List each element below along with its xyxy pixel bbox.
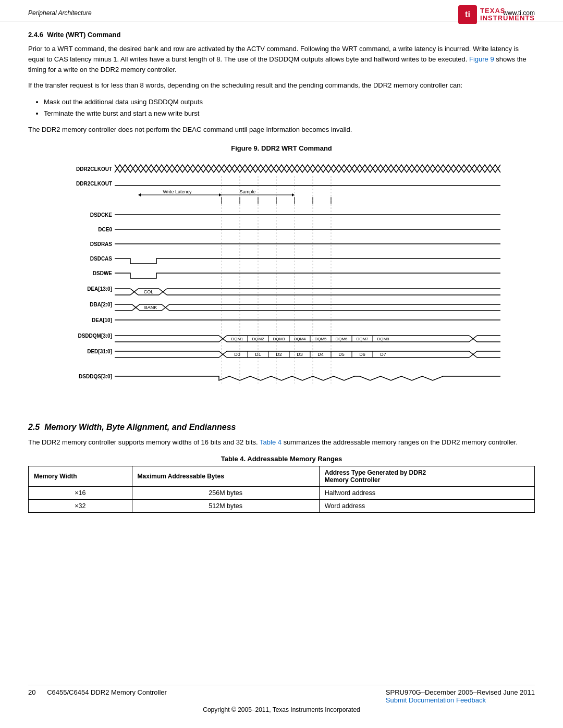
svg-text:DSDDQM[3:0]: DSDDQM[3:0] bbox=[78, 333, 112, 339]
svg-text:DQM6: DQM6 bbox=[335, 337, 348, 341]
page-footer: 20 C6455/C6454 DDR2 Memory Controller SP… bbox=[28, 685, 535, 713]
col-header-3: Address Type Generated by DDR2Memory Con… bbox=[319, 466, 534, 487]
footer-right: SPRU970G–December 2005–Revised June 2011… bbox=[386, 688, 535, 704]
logo-line2: INSTRUMENTS bbox=[480, 15, 535, 22]
table4-link[interactable]: Table 4 bbox=[260, 438, 282, 446]
svg-text:D5: D5 bbox=[338, 352, 345, 357]
footer-left: 20 C6455/C6454 DDR2 Memory Controller bbox=[28, 688, 167, 696]
svg-text:Sample: Sample bbox=[240, 189, 256, 194]
section-246-para2: If the transfer request is for less than… bbox=[28, 80, 535, 91]
svg-text:D6: D6 bbox=[359, 352, 365, 357]
row1-col1: ×16 bbox=[29, 487, 132, 500]
svg-text:DSDWE: DSDWE bbox=[93, 270, 113, 276]
svg-marker-6 bbox=[138, 193, 141, 196]
logo-line1: TEXAS bbox=[480, 7, 535, 15]
svg-text:DBA[2:0]: DBA[2:0] bbox=[90, 302, 112, 307]
svg-text:DSDRAS: DSDRAS bbox=[90, 241, 113, 247]
section-246-heading: 2.4.6 Write (WRT) Command bbox=[28, 31, 535, 39]
feedback-link[interactable]: Submit Documentation Feedback bbox=[386, 696, 486, 704]
svg-text:DDR2CLKOUT: DDR2CLKOUT bbox=[76, 166, 112, 172]
svg-text:DCE0: DCE0 bbox=[98, 227, 112, 232]
table-row: ×16 256M bytes Halfword address bbox=[29, 487, 535, 500]
ti-logo-text: TEXAS INSTRUMENTS bbox=[480, 7, 535, 22]
svg-text:DDR2CLKOUT: DDR2CLKOUT bbox=[76, 181, 112, 187]
col-header-1: Memory Width bbox=[29, 466, 132, 487]
bullet-item-1: Mask out the additional data using DSDDQ… bbox=[44, 96, 535, 108]
row2-col2: 512M bytes bbox=[132, 500, 319, 513]
svg-text:D0: D0 bbox=[234, 352, 240, 357]
svg-text:DQM4: DQM4 bbox=[293, 337, 306, 341]
svg-text:DQM3: DQM3 bbox=[273, 337, 285, 341]
header-left: Peripheral Architecture bbox=[28, 9, 92, 17]
figure9-container: Figure 9. DDR2 WRT Command DDR2CLKOUT DD… bbox=[28, 144, 535, 411]
page: ti TEXAS INSTRUMENTS Peripheral Architec… bbox=[0, 0, 563, 728]
section-246-para1: Prior to a WRT command, the desired bank… bbox=[28, 44, 535, 75]
table4: Memory Width Maximum Addressable Bytes A… bbox=[28, 466, 535, 513]
footer-copyright: Copyright © 2005–2011, Texas Instruments… bbox=[28, 706, 535, 713]
section-25: 2.5 Memory Width, Byte Alignment, and En… bbox=[28, 423, 535, 513]
svg-text:DSDCKE: DSDCKE bbox=[90, 212, 113, 218]
row1-col3: Halfword address bbox=[319, 487, 534, 500]
main-content: 2.4.6 Write (WRT) Command Prior to a WRT… bbox=[0, 21, 563, 513]
section-246-closing: The DDR2 memory controller does not perf… bbox=[28, 125, 535, 135]
footer-page: 20 bbox=[28, 688, 35, 696]
row2-col1: ×32 bbox=[29, 500, 132, 513]
svg-text:DSDDQS[3:0]: DSDDQS[3:0] bbox=[79, 374, 112, 379]
footer-doc-left: C6455/C6454 DDR2 Memory Controller bbox=[47, 688, 167, 696]
svg-text:D2: D2 bbox=[276, 352, 282, 357]
ti-logo-icon: ti bbox=[458, 5, 477, 24]
svg-text:ti: ti bbox=[465, 9, 470, 19]
footer-top: 20 C6455/C6454 DDR2 Memory Controller SP… bbox=[28, 688, 535, 704]
svg-text:DED[31:0]: DED[31:0] bbox=[87, 349, 112, 354]
section-25-para: The DDR2 memory controller supports memo… bbox=[28, 437, 535, 448]
svg-text:DSDCAS: DSDCAS bbox=[90, 256, 113, 262]
bullet-item-2: Terminate the write burst and start a ne… bbox=[44, 108, 535, 119]
footer-doc-right: SPRU970G–December 2005–Revised June 2011 bbox=[386, 688, 535, 696]
svg-text:DQM8: DQM8 bbox=[377, 337, 389, 341]
table-row: ×32 512M bytes Word address bbox=[29, 500, 535, 513]
svg-text:DQM7: DQM7 bbox=[356, 337, 369, 341]
svg-marker-10 bbox=[292, 193, 295, 196]
svg-text:DEA[13:0]: DEA[13:0] bbox=[87, 286, 112, 292]
table4-title: Table 4. Addressable Memory Ranges bbox=[28, 455, 535, 463]
ti-logo: ti TEXAS INSTRUMENTS bbox=[458, 5, 535, 24]
row1-col2: 256M bytes bbox=[132, 487, 319, 500]
svg-text:BANK: BANK bbox=[144, 305, 157, 310]
svg-text:DEA[10]: DEA[10] bbox=[92, 317, 112, 323]
bullet-list: Mask out the additional data using DSDDQ… bbox=[44, 96, 535, 119]
svg-text:D7: D7 bbox=[380, 352, 386, 357]
svg-text:COL: COL bbox=[144, 289, 154, 294]
figure9-title: Figure 9. DDR2 WRT Command bbox=[28, 144, 535, 152]
svg-text:DQM2: DQM2 bbox=[252, 337, 264, 341]
svg-text:D4: D4 bbox=[317, 352, 324, 357]
svg-text:DQM1: DQM1 bbox=[231, 337, 243, 341]
figure9-link[interactable]: Figure 9 bbox=[469, 55, 494, 63]
col-header-2: Maximum Addressable Bytes bbox=[132, 466, 319, 487]
svg-text:DQM5: DQM5 bbox=[314, 337, 327, 341]
row2-col3: Word address bbox=[319, 500, 534, 513]
svg-text:Write Latency: Write Latency bbox=[163, 189, 192, 194]
timing-diagram-svg: DDR2CLKOUT DDR2CLKOUT Write Latency bbox=[57, 159, 506, 410]
svg-text:D3: D3 bbox=[297, 352, 303, 357]
section-25-heading: 2.5 Memory Width, Byte Alignment, and En… bbox=[28, 423, 535, 432]
